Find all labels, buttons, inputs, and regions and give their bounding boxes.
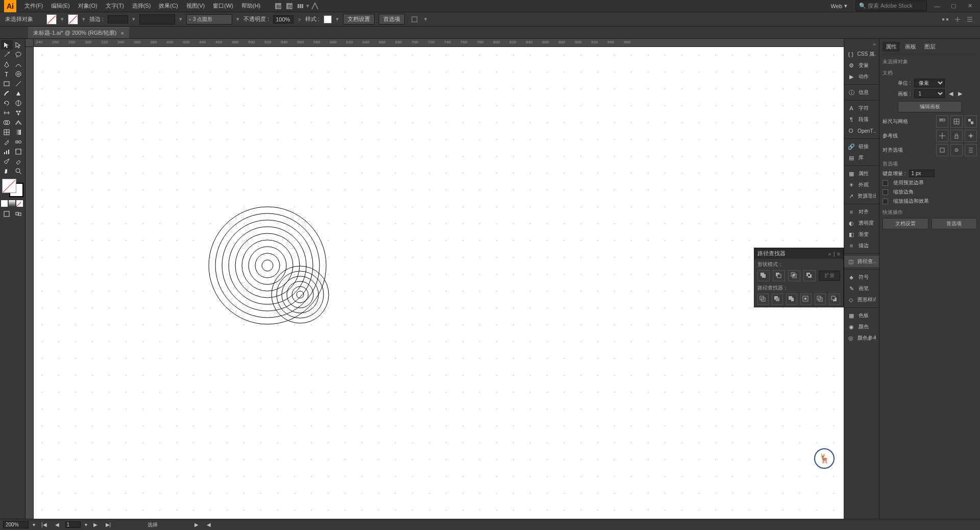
- artboard[interactable]: [34, 47, 844, 519]
- ruler-horizontal[interactable]: 2402602803003203403603804004204404604805…: [34, 39, 844, 47]
- line-tool[interactable]: [13, 79, 24, 88]
- panel-strip-item[interactable]: ◉颜色: [844, 321, 879, 332]
- smart-guides-icon[interactable]: [965, 130, 977, 142]
- shape-builder-tool[interactable]: [1, 117, 13, 127]
- ruler-icon[interactable]: [936, 115, 948, 128]
- transform-panel-icon[interactable]: [410, 15, 419, 24]
- grid-icon[interactable]: [950, 115, 963, 128]
- guides-toggle-icon[interactable]: [936, 130, 948, 142]
- paintbrush-tool[interactable]: [1, 88, 13, 98]
- tab-properties[interactable]: 属性: [883, 42, 900, 52]
- blend-tool[interactable]: [13, 137, 24, 147]
- panel-strip-item[interactable]: ◧渐变: [844, 229, 879, 240]
- curvature-tool[interactable]: [13, 59, 24, 69]
- merge-icon[interactable]: [786, 294, 797, 305]
- reveal-icon[interactable]: ▶: [192, 522, 201, 527]
- panel-strip-item[interactable]: OOpenT…: [844, 125, 879, 136]
- direct-selection-tool[interactable]: [13, 40, 24, 50]
- panel-strip-item[interactable]: ◐透明度: [844, 218, 879, 229]
- doc-setup-button[interactable]: 文档设置: [883, 218, 928, 229]
- panel-strip-item[interactable]: { }CSS 属…: [844, 49, 879, 60]
- unit-select[interactable]: 像素: [914, 79, 945, 87]
- intersect-icon[interactable]: [788, 270, 800, 281]
- snap-grid-icon[interactable]: [965, 144, 977, 156]
- panel-strip-item[interactable]: ◇图形样式: [844, 294, 879, 305]
- panel-strip-item[interactable]: ♣符号: [844, 272, 879, 283]
- width-tool[interactable]: [1, 108, 13, 117]
- menu-effect[interactable]: 效果(C): [155, 2, 182, 10]
- key-increment-input[interactable]: [909, 170, 935, 177]
- maximize-icon[interactable]: ▢: [947, 2, 960, 10]
- panel-strip-item[interactable]: ▶动作: [844, 71, 879, 82]
- shaper-tool[interactable]: [13, 88, 24, 98]
- panel-strip-item[interactable]: ↗资源导出: [844, 190, 879, 202]
- tab-artboards[interactable]: 画板: [902, 42, 919, 52]
- transform-icon[interactable]: [952, 14, 963, 25]
- rotate-tool[interactable]: [1, 98, 13, 108]
- panel-strip-item[interactable]: A字符: [844, 103, 879, 114]
- prev-artboard-icon[interactable]: ◀: [948, 90, 954, 97]
- snap-pixel-icon[interactable]: [936, 144, 948, 156]
- minus-back-icon[interactable]: [829, 294, 840, 305]
- trim-icon[interactable]: [772, 294, 783, 305]
- hand-tool[interactable]: [1, 166, 13, 176]
- tab-close-icon[interactable]: ×: [120, 30, 124, 36]
- brush-definition[interactable]: [139, 14, 175, 25]
- panel-strip-item[interactable]: ≡描边: [844, 240, 879, 251]
- stock-icon[interactable]: St: [285, 2, 294, 11]
- exclude-icon[interactable]: [803, 270, 816, 281]
- color-mode-gradient[interactable]: [9, 200, 15, 207]
- crop-icon[interactable]: [800, 294, 812, 305]
- gradient-tool[interactable]: [13, 127, 24, 137]
- menu-select[interactable]: 选择(S): [128, 2, 155, 10]
- artboard-nav-input[interactable]: [65, 521, 81, 528]
- pen-tool[interactable]: [1, 59, 13, 69]
- prev-artboard-icon[interactable]: ◀: [53, 522, 61, 527]
- mesh-tool[interactable]: [1, 127, 13, 137]
- zoom-tool[interactable]: [13, 166, 24, 176]
- column-graph-tool[interactable]: [1, 147, 13, 156]
- transparency-grid-icon[interactable]: [965, 115, 977, 128]
- snap-point-icon[interactable]: [950, 144, 963, 156]
- first-artboard-icon[interactable]: |◀: [39, 522, 49, 527]
- canvas[interactable]: 2402602803003203403603804004204404604805…: [26, 39, 844, 519]
- gpu-icon[interactable]: [310, 2, 320, 11]
- outline-icon[interactable]: [815, 294, 826, 305]
- preferences-button[interactable]: 首选项: [379, 14, 405, 25]
- fill-stroke-indicator[interactable]: [1, 178, 24, 198]
- panel-strip-item[interactable]: ⓘ信息: [844, 87, 879, 98]
- opacity-input[interactable]: [273, 15, 293, 23]
- panel-strip-item[interactable]: ✎画笔: [844, 283, 879, 294]
- perspective-grid-tool[interactable]: [13, 117, 24, 127]
- panel-strip-item[interactable]: ≡对齐: [844, 206, 879, 218]
- zoom-input[interactable]: [3, 521, 29, 528]
- ruler-origin[interactable]: [26, 39, 34, 47]
- rectangle-tool[interactable]: [1, 79, 13, 88]
- collapse-dock-icon[interactable]: »: [844, 41, 879, 49]
- panel-strip-item[interactable]: ☀外观: [844, 179, 879, 190]
- panel-strip-item[interactable]: ◫路径查…: [844, 256, 879, 267]
- color-mode-none[interactable]: [16, 200, 23, 207]
- document-tab[interactable]: 未标题-1.ai* @ 200% (RGB/轮廓) ×: [28, 27, 129, 38]
- guides-lock-icon[interactable]: [950, 130, 963, 142]
- selection-tool[interactable]: [1, 40, 13, 50]
- eraser-tool[interactable]: [13, 156, 24, 166]
- preview-bounds-checkbox[interactable]: [883, 180, 888, 186]
- eyedropper-tool[interactable]: [1, 137, 13, 147]
- minimize-icon[interactable]: —: [931, 2, 943, 10]
- menu-object[interactable]: 对象(O): [74, 2, 102, 10]
- bridge-icon[interactable]: Br: [274, 2, 283, 11]
- screen-mode-normal[interactable]: [1, 209, 13, 219]
- menu-file[interactable]: 文件(F): [20, 2, 47, 10]
- arrange-icon[interactable]: [296, 2, 305, 11]
- panel-strip-item[interactable]: ¶段落: [844, 114, 879, 125]
- reflect-tool[interactable]: [13, 98, 24, 108]
- fill-swatch[interactable]: [46, 14, 57, 25]
- scale-corners-checkbox[interactable]: [883, 189, 888, 195]
- artboard-tool[interactable]: [13, 147, 24, 156]
- stroke-profile[interactable]: •3 点圆形: [186, 14, 232, 25]
- prefs-button[interactable]: 首选项: [932, 218, 977, 229]
- last-artboard-icon[interactable]: ▶|: [104, 522, 113, 527]
- panel-strip-item[interactable]: ▦属性: [844, 168, 879, 179]
- stroke-weight-input[interactable]: [108, 15, 128, 23]
